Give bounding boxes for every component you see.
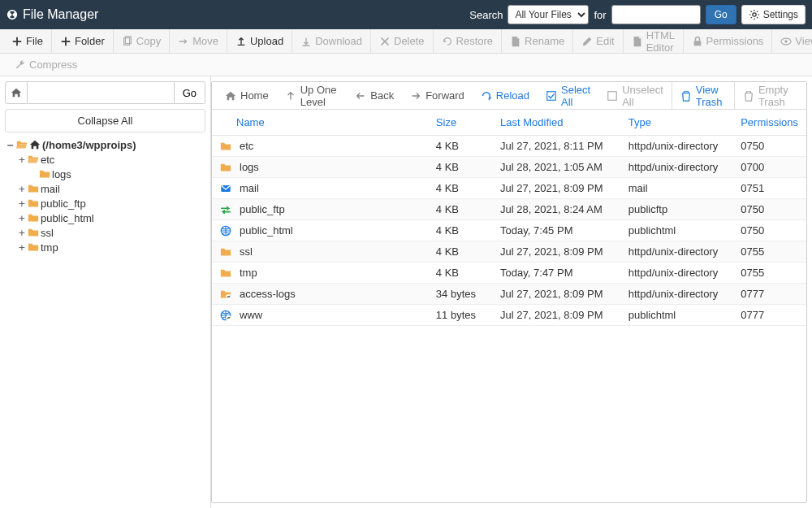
file-name: ssl bbox=[240, 245, 253, 258]
table-row[interactable]: tmp4 KBToday, 7:47 PMhttpd/unix-director… bbox=[212, 263, 806, 284]
tree-node[interactable]: logs bbox=[6, 167, 205, 181]
view-label: View bbox=[795, 35, 812, 47]
download-button[interactable]: Download bbox=[292, 29, 371, 54]
expand-icon[interactable]: + bbox=[18, 198, 26, 210]
expand-icon[interactable]: + bbox=[18, 183, 26, 195]
move-button[interactable]: Move bbox=[170, 29, 227, 54]
col-name[interactable]: Name bbox=[212, 110, 428, 136]
compress-button[interactable]: Compress bbox=[6, 54, 85, 76]
upload-button[interactable]: Upload bbox=[227, 29, 292, 54]
file-size: 34 bytes bbox=[428, 284, 492, 305]
edit-button[interactable]: Edit bbox=[573, 29, 623, 54]
file-modified: Jul 27, 2021, 8:09 PM bbox=[492, 178, 620, 199]
nav-back-button[interactable]: Back bbox=[347, 82, 402, 110]
tree-node[interactable]: +etc bbox=[6, 152, 205, 167]
tree-node-label: public_html bbox=[41, 212, 94, 224]
home-button[interactable] bbox=[5, 81, 28, 104]
file-type: publichtml bbox=[620, 220, 732, 241]
folder-icon bbox=[28, 198, 39, 209]
path-go-button[interactable]: Go bbox=[174, 81, 205, 104]
expand-icon[interactable]: + bbox=[18, 212, 26, 224]
trash-icon bbox=[680, 90, 692, 102]
reload-icon bbox=[481, 90, 492, 102]
reload-button[interactable]: Reload bbox=[473, 82, 538, 110]
table-row[interactable]: ssl4 KBJul 27, 2021, 8:09 PMhttpd/unix-d… bbox=[212, 241, 806, 263]
search-label: Search bbox=[469, 9, 503, 21]
expand-icon[interactable]: + bbox=[18, 241, 26, 254]
col-size[interactable]: Size bbox=[428, 110, 492, 136]
tree-node[interactable]: +ssl bbox=[6, 225, 205, 240]
content-pane: Home Up One Level Back Forward Reload Se… bbox=[211, 81, 807, 503]
col-modified[interactable]: Last Modified bbox=[492, 110, 620, 136]
path-row: Go bbox=[5, 81, 205, 104]
rename-label: Rename bbox=[525, 35, 564, 47]
table-row[interactable]: access-logs34 bytesJul 27, 2021, 8:09 PM… bbox=[212, 284, 806, 305]
tree-root[interactable]: − (/home3/wpproips) bbox=[6, 137, 205, 152]
nav-up-label: Up One Level bbox=[300, 84, 339, 108]
table-row[interactable]: logs4 KBJul 28, 2021, 1:05 AMhttpd/unix-… bbox=[212, 157, 806, 178]
search-go-button[interactable]: Go bbox=[706, 5, 736, 24]
mail-icon bbox=[220, 183, 231, 194]
nav-up-button[interactable]: Up One Level bbox=[277, 82, 348, 110]
html-editor-button[interactable]: HTML Editor bbox=[624, 29, 684, 54]
new-folder-button[interactable]: Folder bbox=[52, 29, 114, 54]
tree-node[interactable]: +mail bbox=[6, 181, 205, 196]
home-icon bbox=[225, 90, 236, 102]
action-bar: Home Up One Level Back Forward Reload Se… bbox=[212, 82, 806, 110]
delete-button[interactable]: Delete bbox=[371, 29, 434, 54]
search-input[interactable] bbox=[611, 5, 701, 24]
new-file-button[interactable]: File bbox=[3, 29, 52, 54]
file-name: access-logs bbox=[240, 288, 296, 300]
search-scope-select[interactable]: All Your Files bbox=[508, 5, 589, 24]
edit-label: Edit bbox=[596, 35, 614, 47]
tree-node-label: ssl bbox=[41, 227, 54, 239]
file-name: etc bbox=[240, 140, 253, 152]
folder-icon bbox=[28, 212, 39, 224]
nav-back-label: Back bbox=[370, 89, 394, 102]
empty-trash-button[interactable]: Empty Trash bbox=[734, 82, 801, 110]
path-input[interactable] bbox=[28, 81, 174, 104]
folder-tree: − (/home3/wpproips) +etc logs +mail +pub… bbox=[5, 137, 205, 254]
tree-node[interactable]: +tmp bbox=[6, 240, 205, 254]
rename-button[interactable]: Rename bbox=[502, 29, 573, 54]
table-row[interactable]: etc4 KBJul 27, 2021, 8:11 PMhttpd/unix-d… bbox=[212, 136, 806, 157]
table-row[interactable]: www11 bytesJul 27, 2021, 8:09 PMpublicht… bbox=[212, 305, 806, 326]
col-type[interactable]: Type bbox=[620, 110, 732, 136]
tree-node[interactable]: +public_html bbox=[6, 211, 205, 225]
file-modified: Jul 27, 2021, 8:09 PM bbox=[492, 305, 620, 326]
table-row[interactable]: public_html4 KBToday, 7:45 PMpublichtml0… bbox=[212, 220, 806, 241]
table-row[interactable]: mail4 KBJul 27, 2021, 8:09 PMmail0751 bbox=[212, 178, 806, 199]
unselect-all-button[interactable]: Unselect All bbox=[598, 82, 672, 110]
app-title: File Manager bbox=[23, 7, 98, 22]
select-all-button[interactable]: Select All bbox=[538, 82, 598, 110]
lock-icon bbox=[692, 36, 703, 47]
expand-icon[interactable]: + bbox=[18, 227, 26, 239]
tree-node-label: tmp bbox=[41, 241, 58, 254]
file-icon bbox=[632, 36, 643, 47]
folder-open-icon bbox=[28, 154, 39, 165]
settings-button[interactable]: Settings bbox=[741, 5, 806, 24]
nav-home-button[interactable]: Home bbox=[217, 82, 277, 110]
file-type: httpd/unix-directory bbox=[620, 284, 732, 305]
restore-button[interactable]: Restore bbox=[434, 29, 503, 54]
view-button[interactable]: View bbox=[772, 29, 812, 54]
view-trash-button[interactable]: View Trash bbox=[672, 82, 734, 110]
col-permissions[interactable]: Permissions bbox=[732, 110, 806, 136]
nav-forward-button[interactable]: Forward bbox=[402, 82, 473, 110]
collapse-icon[interactable]: − bbox=[6, 139, 15, 151]
tree-node[interactable]: +public_ftp bbox=[6, 196, 205, 211]
file-name-cell: access-logs bbox=[220, 288, 420, 300]
file-size: 4 KB bbox=[428, 241, 492, 263]
file-type: httpd/unix-directory bbox=[620, 241, 732, 263]
gear-icon bbox=[749, 9, 760, 20]
file-modified: Jul 27, 2021, 8:09 PM bbox=[492, 241, 620, 263]
table-row[interactable]: public_ftp4 KBJul 28, 2021, 8:24 AMpubli… bbox=[212, 199, 806, 220]
file-list[interactable]: Name Size Last Modified Type Permissions… bbox=[212, 110, 806, 502]
file-modified: Jul 28, 2021, 8:24 AM bbox=[492, 199, 620, 220]
expand-icon[interactable]: + bbox=[18, 154, 26, 166]
collapse-all-button[interactable]: Collapse All bbox=[5, 109, 205, 132]
file-permissions: 0750 bbox=[732, 220, 806, 241]
folder-icon bbox=[220, 267, 231, 279]
permissions-button[interactable]: Permissions bbox=[684, 29, 773, 54]
copy-button[interactable]: Copy bbox=[114, 29, 170, 54]
